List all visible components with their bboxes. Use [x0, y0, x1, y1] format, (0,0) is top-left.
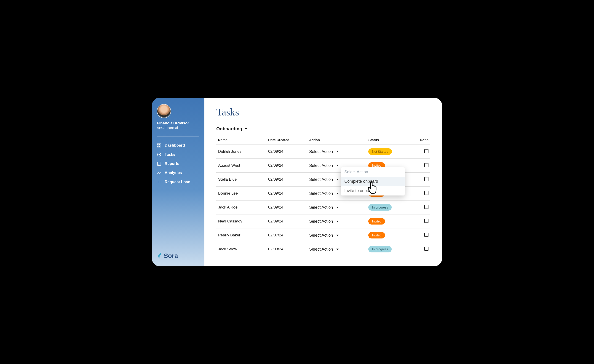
done-checkbox[interactable]: [424, 219, 428, 223]
page-title: Tasks: [216, 106, 430, 118]
done-checkbox[interactable]: [424, 247, 428, 251]
grid-icon: [157, 143, 162, 148]
done-checkbox[interactable]: [424, 177, 428, 181]
main-panel: Tasks Onboarding Name Date Created Actio…: [204, 98, 442, 266]
select-action-dropdown[interactable]: Select Action: [309, 219, 339, 224]
chevron-down-icon: [244, 126, 248, 131]
select-action-dropdown[interactable]: Select Action: [309, 233, 339, 238]
sora-mark-icon: [157, 253, 162, 259]
table-row: Delilah Jones 02/09/24 Select Action Not…: [216, 145, 430, 159]
brand-logo: Sora: [152, 252, 204, 261]
cell-done: [412, 173, 430, 187]
dropdown-item: Select Action: [341, 167, 405, 177]
profile-role: Financial Advisor: [157, 121, 199, 126]
done-checkbox[interactable]: [424, 191, 428, 195]
cell-name: Bonnie Lee: [216, 187, 266, 201]
profile-org: ABC Financial: [157, 126, 199, 130]
trend-icon: [157, 171, 162, 175]
sidebar-item-reports[interactable]: Reports: [152, 159, 204, 168]
col-header-name: Name: [216, 135, 266, 145]
cell-action: Select Action: [307, 215, 366, 229]
select-action-label: Select Action: [309, 163, 333, 168]
svg-rect-2: [157, 146, 159, 147]
cell-date: 02/09/24: [266, 187, 307, 201]
svg-rect-1: [160, 144, 161, 145]
sidebar-item-label: Dashboard: [165, 143, 185, 148]
done-checkbox[interactable]: [424, 149, 428, 153]
table-row: Jack A Roe 02/09/24 Select Action In pro…: [216, 201, 430, 215]
cell-status: Invited: [366, 229, 412, 242]
chevron-down-icon: [336, 191, 339, 196]
app-window: Financial Advisor ABC Financial Dashboar…: [152, 98, 442, 266]
select-action-label: Select Action: [309, 177, 333, 182]
table-row: Jack Straw 02/03/24 Select Action In pro…: [216, 242, 430, 256]
svg-rect-0: [157, 144, 159, 145]
cell-action: Select Action: [307, 201, 366, 215]
check-circle-icon: [157, 152, 162, 157]
status-badge: In progress: [368, 246, 392, 252]
profile-block: Financial Advisor ABC Financial: [152, 104, 204, 134]
cell-date: 02/09/24: [266, 145, 307, 159]
chevron-down-icon: [336, 205, 339, 210]
select-action-dropdown[interactable]: Select Action: [309, 177, 339, 182]
cell-action: Select Action: [307, 145, 366, 159]
cell-action: Select Action: [307, 242, 366, 256]
cell-date: 02/09/24: [266, 215, 307, 229]
sidebar: Financial Advisor ABC Financial Dashboar…: [152, 98, 204, 266]
sidebar-item-request-loan[interactable]: Request Loan: [152, 177, 204, 187]
cell-done: [412, 242, 430, 256]
select-action-label: Select Action: [309, 205, 333, 210]
table-row: Pearly Baker 02/07/24 Select Action Invi…: [216, 229, 430, 242]
select-action-label: Select Action: [309, 149, 333, 154]
done-checkbox[interactable]: [424, 233, 428, 237]
cell-done: [412, 145, 430, 159]
sidebar-item-dashboard[interactable]: Dashboard: [152, 141, 204, 150]
bar-chart-icon: [157, 162, 162, 166]
select-action-label: Select Action: [309, 247, 333, 252]
cell-action: Select Action: [307, 229, 366, 242]
cell-done: [412, 229, 430, 242]
cell-status: In progress: [366, 242, 412, 256]
select-action-dropdown[interactable]: Select Action: [309, 205, 339, 210]
avatar[interactable]: [157, 104, 171, 118]
cell-name: August West: [216, 159, 266, 173]
sidebar-item-label: Analytics: [165, 171, 182, 175]
done-checkbox[interactable]: [424, 205, 428, 209]
sidebar-divider: [157, 136, 199, 137]
filter-label: Onboarding: [216, 126, 242, 131]
sidebar-item-label: Tasks: [165, 152, 175, 157]
sidebar-nav: Dashboard Tasks Reports Analytics: [152, 141, 204, 187]
cell-name: Jack Straw: [216, 242, 266, 256]
filter-dropdown[interactable]: Onboarding: [216, 126, 430, 131]
cell-status: Not Started: [366, 145, 412, 159]
col-header-action: Action: [307, 135, 366, 145]
select-action-dropdown[interactable]: Select Action: [309, 247, 339, 252]
table-row: Neal Cassady 02/09/24 Select Action Invi…: [216, 215, 430, 229]
chevron-down-icon: [336, 149, 339, 154]
plus-icon: [157, 180, 162, 184]
cell-done: [412, 159, 430, 173]
cell-name: Neal Cassady: [216, 215, 266, 229]
cell-status: Invited: [366, 215, 412, 229]
tasks-table: Name Date Created Action Status Done Del…: [216, 135, 430, 256]
select-action-label: Select Action: [309, 233, 333, 238]
sidebar-item-label: Reports: [165, 162, 179, 166]
cursor-hand-icon: [367, 180, 379, 195]
status-badge: Invited: [368, 218, 385, 224]
cell-name: Stella Blue: [216, 173, 266, 187]
sidebar-item-analytics[interactable]: Analytics: [152, 168, 204, 177]
col-header-date: Date Created: [266, 135, 307, 145]
chevron-down-icon: [336, 247, 339, 252]
done-checkbox[interactable]: [424, 163, 428, 167]
select-action-dropdown[interactable]: Select Action: [309, 163, 339, 168]
svg-rect-3: [160, 146, 161, 147]
cell-done: [412, 187, 430, 201]
cell-done: [412, 201, 430, 215]
sidebar-item-tasks[interactable]: Tasks: [152, 150, 204, 159]
select-action-label: Select Action: [309, 191, 333, 196]
cell-date: 02/03/24: [266, 242, 307, 256]
cell-date: 02/09/24: [266, 201, 307, 215]
select-action-dropdown[interactable]: Select Action: [309, 191, 339, 196]
select-action-dropdown[interactable]: Select Action: [309, 149, 339, 154]
col-header-status: Status: [366, 135, 412, 145]
